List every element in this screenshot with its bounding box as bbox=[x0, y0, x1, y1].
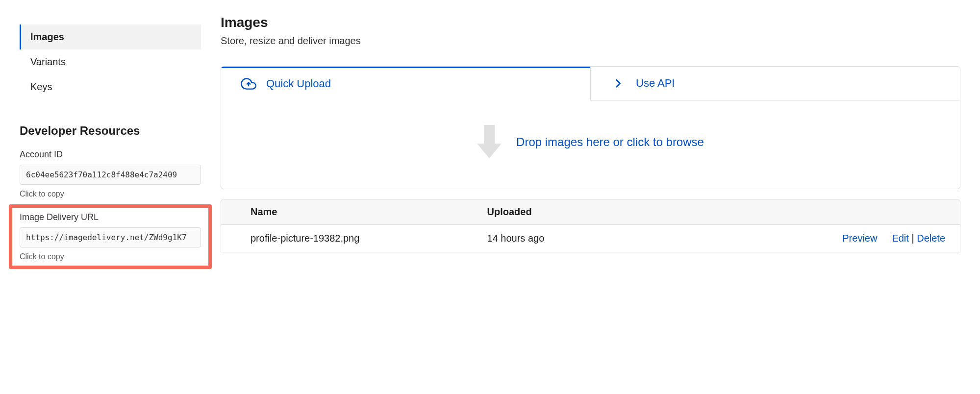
cell-name: profile-picture-19382.png bbox=[221, 233, 487, 244]
header-uploaded: Uploaded bbox=[487, 206, 709, 218]
sidebar-item-keys[interactable]: Keys bbox=[20, 74, 201, 99]
images-table: Name Uploaded profile-picture-19382.png … bbox=[221, 199, 960, 252]
sidebar-item-images[interactable]: Images bbox=[20, 25, 201, 49]
image-delivery-url-group: Image Delivery URL https://imagedelivery… bbox=[20, 212, 201, 261]
cloud-upload-icon bbox=[241, 76, 256, 92]
image-delivery-url-hint: Click to copy bbox=[20, 252, 201, 261]
chevron-right-icon bbox=[610, 75, 626, 91]
delete-link[interactable]: Delete bbox=[917, 233, 945, 244]
edit-link[interactable]: Edit bbox=[892, 233, 908, 244]
cell-actions: Preview Edit | Delete bbox=[709, 233, 960, 244]
sidebar: Images Variants Keys Developer Resources… bbox=[20, 10, 201, 394]
page-title: Images bbox=[221, 15, 960, 30]
header-name: Name bbox=[221, 206, 487, 218]
image-delivery-url-label: Image Delivery URL bbox=[20, 212, 201, 222]
tab-use-api[interactable]: Use API bbox=[590, 67, 960, 100]
action-separator: | bbox=[909, 233, 917, 244]
header-actions bbox=[709, 206, 960, 218]
upload-tabs: Quick Upload Use API bbox=[221, 67, 960, 100]
developer-resources: Developer Resources Account ID 6c04ee562… bbox=[20, 124, 201, 261]
upload-container: Quick Upload Use API Drop images here or… bbox=[221, 66, 960, 189]
table-row: profile-picture-19382.png 14 hours ago P… bbox=[221, 225, 960, 252]
image-delivery-url-value[interactable]: https://imagedelivery.net/ZWd9g1K7 bbox=[20, 227, 201, 247]
page-subtitle: Store, resize and deliver images bbox=[221, 35, 960, 47]
account-id-value[interactable]: 6c04ee5623f70a112c8f488e4c7a2409 bbox=[20, 165, 201, 185]
sidebar-item-variants[interactable]: Variants bbox=[20, 49, 201, 74]
preview-link[interactable]: Preview bbox=[842, 233, 877, 244]
developer-resources-title: Developer Resources bbox=[20, 124, 201, 138]
arrow-down-icon bbox=[477, 125, 502, 159]
tab-quick-upload-label: Quick Upload bbox=[266, 77, 331, 90]
table-header: Name Uploaded bbox=[221, 199, 960, 225]
dropzone[interactable]: Drop images here or click to browse bbox=[221, 100, 960, 189]
sidebar-nav: Images Variants Keys bbox=[20, 25, 201, 99]
tab-quick-upload[interactable]: Quick Upload bbox=[221, 67, 590, 100]
account-id-hint: Click to copy bbox=[20, 190, 201, 198]
tab-use-api-label: Use API bbox=[636, 77, 675, 90]
main-content: Images Store, resize and deliver images … bbox=[221, 10, 960, 394]
account-id-group: Account ID 6c04ee5623f70a112c8f488e4c7a2… bbox=[20, 149, 201, 198]
cell-uploaded: 14 hours ago bbox=[487, 233, 709, 244]
account-id-label: Account ID bbox=[20, 149, 201, 160]
dropzone-text: Drop images here or click to browse bbox=[516, 135, 704, 149]
